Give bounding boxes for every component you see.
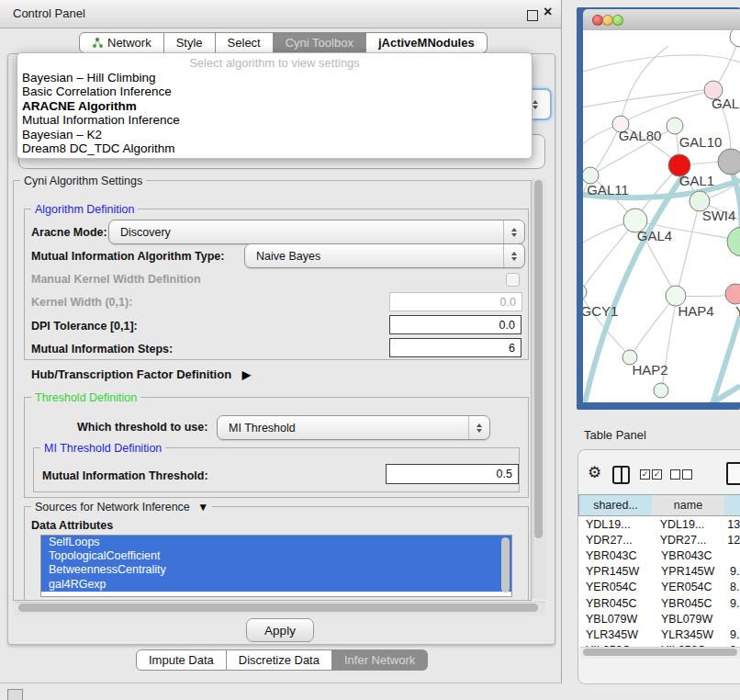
dpi-tolerance-field[interactable]: 0.0 — [389, 315, 521, 334]
tab-discretize-data[interactable]: Discretize Data — [227, 649, 332, 671]
unchecked-checkbox-icon[interactable] — [682, 469, 692, 480]
table-hscroll-thumb[interactable] — [583, 649, 737, 656]
network-node[interactable] — [725, 284, 740, 304]
kernel-width-field[interactable]: 0.0 — [389, 292, 522, 311]
list-scrollbar[interactable] — [501, 537, 510, 593]
table-cell: YBL079W — [578, 613, 652, 626]
kernel-width-label: Kernel Width (0,1): — [31, 296, 132, 309]
table-row[interactable]: YDL19...YDL19...13 — [578, 516, 740, 532]
network-edge — [583, 221, 635, 292]
data-attributes-label: Data Attributes — [31, 519, 113, 532]
gear-icon[interactable]: ⚙ — [588, 463, 601, 482]
export-table-icon[interactable] — [726, 462, 740, 485]
panel-title: Control Panel — [13, 6, 85, 20]
network-node[interactable] — [667, 118, 683, 134]
column-view-icon[interactable] — [612, 466, 630, 484]
network-edge — [730, 166, 740, 235]
mi-steps-field[interactable]: 6 — [389, 338, 521, 357]
settings-hscroll-thumb[interactable] — [18, 604, 538, 612]
network-node-label: GCY1 — [583, 303, 618, 319]
apply-button[interactable]: Apply — [246, 618, 314, 642]
combo-value: Naive Bayes — [245, 250, 503, 263]
network-node[interactable] — [718, 149, 740, 175]
zoom-traffic-light[interactable] — [612, 15, 623, 26]
algorithm-option-selected[interactable]: ARACNE Algorithm — [17, 99, 532, 113]
tab-label: jActiveMNodules — [378, 36, 475, 50]
table-row[interactable]: YBR045CYBR045C9. — [578, 595, 740, 611]
checked-checkbox-icon[interactable]: ✓ — [640, 469, 650, 480]
network-edge — [621, 46, 668, 123]
network-node[interactable] — [654, 383, 668, 398]
table-cell: YBR043C — [578, 549, 652, 562]
tab-cyni-toolbox[interactable]: Cyni Toolbox — [274, 32, 366, 53]
network-canvas[interactable]: GALGAL80GAL10GAL1GAL11SWI4GAL4GCY1HAP4YH… — [583, 30, 740, 402]
settings-vscroll-thumb[interactable] — [534, 180, 543, 538]
list-item[interactable]: TopologicalCoefficient — [41, 549, 511, 563]
tab-impute-data[interactable]: Impute Data — [136, 649, 227, 671]
table-cell: YDL19... — [578, 518, 651, 531]
minimized-panel-icon[interactable] — [7, 689, 23, 700]
table-cell: YDL19... — [651, 518, 723, 531]
list-item[interactable]: gal4RGexp — [41, 578, 511, 592]
combo-spinner-icon — [503, 244, 524, 267]
table-row[interactable]: YER054CYER054C8. — [578, 580, 740, 595]
tab-network[interactable]: Network — [79, 32, 164, 53]
network-node[interactable] — [727, 227, 740, 256]
float-window-icon[interactable] — [527, 10, 538, 21]
network-node-label: GAL4 — [637, 228, 672, 243]
mi-type-combo[interactable]: Naive Bayes — [244, 243, 525, 268]
network-edge — [583, 55, 740, 73]
algorithm-option[interactable]: Bayesian – K2 — [17, 128, 532, 141]
tab-jactivemnodules[interactable]: jActiveMNodules — [366, 32, 488, 53]
hub-definition-toggle[interactable]: Hub/Transcription Factor Definition ▶ — [31, 367, 251, 381]
bottom-tab-bar: Impute Data Discretize Data Infer Networ… — [136, 649, 428, 671]
table-cell: YLR345W — [578, 628, 652, 641]
table-cell: 8. — [724, 581, 739, 593]
unchecked-checkbox-icon[interactable] — [670, 469, 680, 480]
list-item[interactable]: BetweennessCentrality — [41, 563, 511, 577]
settings-group-title: Cyni Algorithm Settings — [20, 175, 146, 187]
table-row[interactable]: YBR043CYBR043C — [578, 548, 740, 563]
network-node[interactable] — [730, 30, 740, 47]
algorithm-option[interactable]: Basic Correlation Inference — [17, 85, 532, 98]
algorithm-option[interactable]: Mutual Information Inference — [17, 113, 532, 127]
list-item[interactable]: SelfLoops — [41, 536, 511, 549]
sources-title[interactable]: Sources for Network Inference ▼ — [31, 501, 212, 514]
column-header-name[interactable]: name — [652, 494, 725, 516]
table-cell: 9. — [724, 597, 739, 610]
algorithm-dropdown-popup: Select algorithm to view settings Bayesi… — [17, 52, 533, 159]
algorithm-option[interactable]: Dream8 DC_TDC Algorithm — [17, 141, 532, 155]
manual-kernel-checkbox[interactable] — [506, 273, 520, 287]
close-icon[interactable]: × — [544, 4, 552, 20]
table-row[interactable]: YPR145WYPR145W9. — [578, 564, 740, 580]
column-header-partial[interactable] — [724, 494, 740, 516]
tab-select[interactable]: Select — [216, 32, 274, 53]
hub-definition-label: Hub/Transcription Factor Definition — [31, 367, 231, 381]
table-row[interactable]: YDR27...YDR27...12 — [578, 532, 740, 548]
combo-value: Discovery — [109, 226, 503, 239]
column-header-shared-name[interactable]: shared... — [578, 494, 653, 516]
threshold-definition-title: Threshold Definition — [31, 391, 140, 404]
algorithm-definition-title: Algorithm Definition — [31, 203, 138, 216]
tab-style[interactable]: Style — [164, 32, 216, 53]
table-body[interactable]: YDL19...YDL19...13YDR27...YDR27...12YBR0… — [578, 516, 740, 648]
network-edge — [677, 202, 700, 295]
tab-label: Cyni Toolbox — [286, 36, 353, 50]
sources-title-label: Sources for Network Inference — [35, 501, 190, 514]
checked-checkbox-icon[interactable]: ✓ — [652, 469, 662, 480]
table-row[interactable]: YLR345WYLR345W9. — [578, 627, 740, 642]
mi-threshold-field[interactable]: 0.5 — [386, 464, 519, 484]
column-divider — [621, 468, 622, 482]
table-cell: YDR27... — [651, 534, 723, 547]
data-attributes-list[interactable]: SelfLoops TopologicalCoefficient Between… — [40, 535, 512, 597]
table-row[interactable]: YBL079WYBL079W — [578, 611, 740, 627]
tab-infer-network[interactable]: Infer Network — [332, 649, 428, 671]
which-threshold-combo[interactable]: MI Threshold — [217, 415, 490, 440]
which-threshold-label: Which threshold to use: — [77, 421, 207, 434]
spinner-down-icon — [533, 106, 538, 109]
expanded-arrow-icon: ▼ — [197, 501, 208, 514]
algorithm-option[interactable]: Bayesian – Hill Climbing — [17, 71, 532, 85]
aracne-mode-combo[interactable]: Discovery — [108, 220, 525, 244]
manual-kernel-label: Manual Kernel Width Definition — [31, 273, 201, 286]
network-node[interactable] — [583, 284, 587, 300]
